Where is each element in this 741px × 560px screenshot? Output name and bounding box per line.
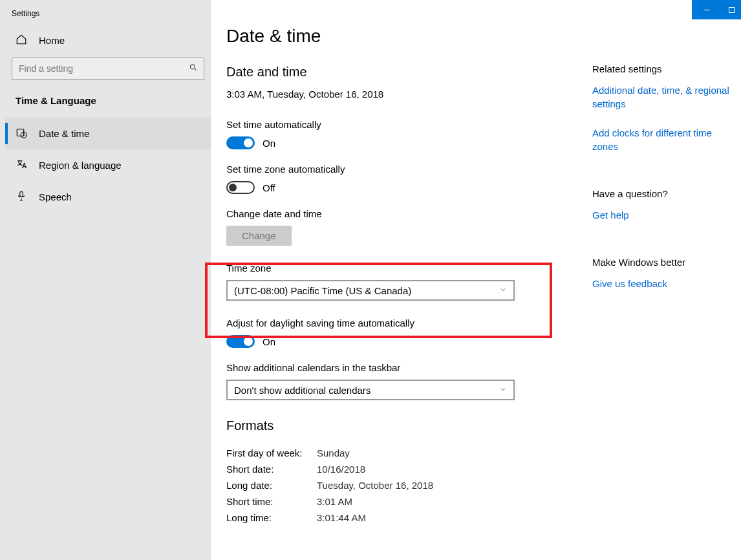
svg-point-0 bbox=[190, 65, 195, 69]
link-add-clocks[interactable]: Add clocks for different time zones bbox=[592, 126, 738, 153]
window-controls bbox=[692, 0, 741, 19]
timezone-label: Time zone bbox=[226, 263, 592, 274]
link-additional-date-time[interactable]: Additional date, time, & regional settin… bbox=[592, 83, 738, 111]
main-content: Date & time Date and time 3:03 AM, Tuesd… bbox=[211, 0, 592, 560]
sidebar: Settings Home Time & Language Date & tim… bbox=[5, 0, 211, 560]
timezone-dropdown[interactable]: (UTC-08:00) Pacific Time (US & Canada) bbox=[226, 280, 515, 301]
link-give-feedback[interactable]: Give us feedback bbox=[592, 277, 738, 290]
minimize-button[interactable] bbox=[692, 0, 722, 19]
dst-toggle[interactable] bbox=[226, 335, 255, 348]
sidebar-item-label: Region & language bbox=[39, 160, 122, 171]
sidebar-item-date-time[interactable]: Date & time bbox=[5, 118, 211, 149]
formats-label: Short date: bbox=[226, 464, 317, 475]
formats-row: Long date:Tuesday, October 16, 2018 bbox=[226, 480, 592, 491]
formats-value: 10/16/2018 bbox=[317, 464, 365, 475]
home-icon bbox=[16, 34, 27, 47]
maximize-button[interactable] bbox=[722, 0, 741, 19]
sidebar-item-region-language[interactable]: Region & language bbox=[5, 149, 211, 181]
additional-calendars-dropdown[interactable]: Don't show additional calendars bbox=[226, 380, 515, 400]
formats-label: Long time: bbox=[226, 512, 317, 523]
formats-label: Long date: bbox=[226, 480, 317, 491]
sidebar-item-speech[interactable]: Speech bbox=[5, 181, 211, 213]
search-wrap bbox=[12, 58, 204, 80]
formats-row: First day of week:Sunday bbox=[226, 447, 592, 458]
additional-calendars-value: Don't show additional calendars bbox=[234, 385, 370, 396]
left-edge-strip bbox=[0, 0, 5, 560]
related-settings-heading: Related settings bbox=[592, 63, 738, 74]
formats-row: Short date:10/16/2018 bbox=[226, 464, 592, 475]
sidebar-home-label: Home bbox=[39, 35, 65, 46]
section-date-time-title: Date and time bbox=[226, 65, 592, 80]
svg-line-1 bbox=[194, 69, 196, 70]
set-time-auto-state: On bbox=[263, 138, 275, 149]
set-tz-auto-label: Set time zone automatically bbox=[226, 164, 592, 175]
formats-value: 3:01:44 AM bbox=[317, 512, 366, 523]
set-time-auto-toggle[interactable] bbox=[226, 136, 255, 149]
formats-title: Formats bbox=[226, 418, 592, 433]
language-icon bbox=[16, 158, 27, 172]
sidebar-category-title: Time & Language bbox=[5, 89, 211, 118]
have-question-heading: Have a question? bbox=[592, 188, 738, 199]
formats-value: Sunday bbox=[317, 447, 350, 458]
search-input[interactable] bbox=[12, 58, 204, 80]
additional-calendars-label: Show additional calendars in the taskbar bbox=[226, 362, 592, 373]
formats-value: 3:01 AM bbox=[317, 496, 352, 507]
formats-label: Short time: bbox=[226, 496, 317, 507]
dst-state: On bbox=[263, 336, 275, 347]
clock-calendar-icon bbox=[16, 127, 27, 140]
formats-value: Tuesday, October 16, 2018 bbox=[317, 480, 433, 491]
svg-rect-6 bbox=[729, 7, 734, 12]
page-title: Date & time bbox=[226, 26, 592, 47]
sidebar-home-item[interactable]: Home bbox=[5, 27, 211, 54]
current-datetime: 3:03 AM, Tuesday, October 16, 2018 bbox=[226, 89, 592, 100]
sidebar-item-label: Date & time bbox=[39, 128, 89, 139]
sidebar-item-label: Speech bbox=[39, 191, 72, 202]
timezone-value: (UTC-08:00) Pacific Time (US & Canada) bbox=[234, 285, 411, 296]
formats-label: First day of week: bbox=[226, 447, 317, 458]
link-get-help[interactable]: Get help bbox=[592, 208, 738, 222]
svg-rect-4 bbox=[20, 191, 23, 197]
change-date-time-label: Change date and time bbox=[226, 208, 592, 219]
set-tz-auto-toggle[interactable] bbox=[226, 181, 255, 194]
formats-row: Short time:3:01 AM bbox=[226, 496, 592, 507]
window-title: Settings bbox=[5, 6, 211, 27]
formats-table: First day of week:Sunday Short date:10/1… bbox=[226, 447, 592, 523]
right-column: Related settings Additional date, time, … bbox=[592, 0, 741, 560]
dst-label: Adjust for daylight saving time automati… bbox=[226, 318, 592, 328]
make-windows-better-heading: Make Windows better bbox=[592, 257, 738, 268]
change-button: Change bbox=[226, 226, 292, 246]
microphone-icon bbox=[16, 190, 27, 204]
set-time-auto-label: Set time automatically bbox=[226, 119, 592, 130]
formats-row: Long time:3:01:44 AM bbox=[226, 512, 592, 523]
search-icon bbox=[189, 63, 198, 74]
chevron-down-icon bbox=[499, 286, 507, 296]
chevron-down-icon bbox=[499, 385, 507, 395]
set-tz-auto-state: Off bbox=[263, 182, 275, 193]
